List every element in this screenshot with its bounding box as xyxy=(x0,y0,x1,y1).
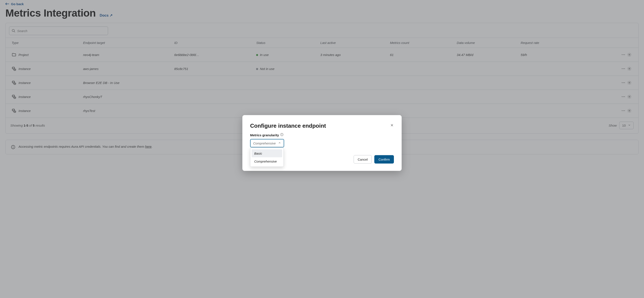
dialog-title: Configure instance endpoint xyxy=(250,122,326,129)
confirm-button[interactable]: Confirm xyxy=(374,155,394,161)
granularity-select[interactable]: Comprehensive xyxy=(250,139,284,148)
cancel-button[interactable]: Cancel xyxy=(354,155,372,161)
configure-endpoint-dialog: Configure instance endpoint Metrics gran… xyxy=(242,115,402,161)
field-label: Metrics granularity xyxy=(250,133,279,137)
info-icon[interactable] xyxy=(280,133,284,137)
granularity-dropdown: Basic Comprehensive xyxy=(250,148,284,161)
option-basic[interactable]: Basic xyxy=(252,150,282,158)
close-icon[interactable] xyxy=(390,124,394,128)
svg-point-34 xyxy=(282,134,282,134)
option-comprehensive[interactable]: Comprehensive xyxy=(252,158,282,161)
chevron-up-icon xyxy=(278,142,281,145)
